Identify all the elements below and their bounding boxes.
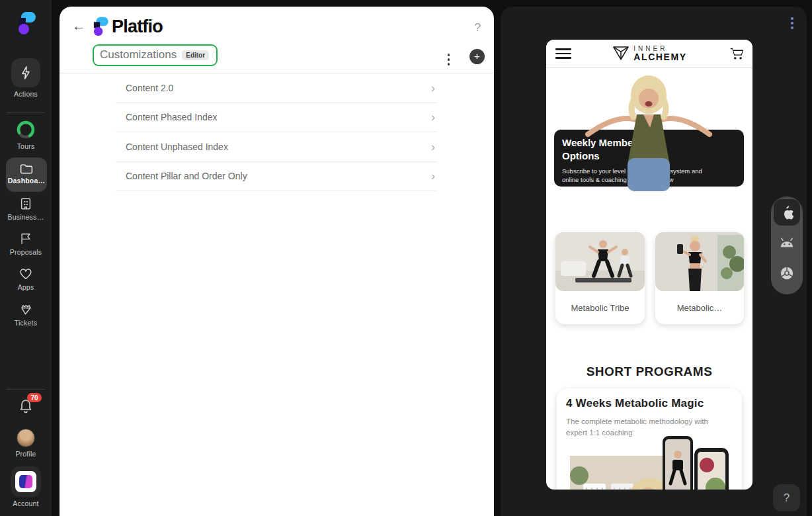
- back-button[interactable]: ←: [70, 17, 87, 34]
- program-title: 4 Weeks Metabolic Magic: [566, 397, 733, 410]
- notification-count-badge: 70: [27, 393, 42, 402]
- platfio-logo-icon: [91, 16, 110, 37]
- chevron-right-icon: ›: [431, 110, 438, 124]
- sidebar-item-label: Actions: [0, 90, 52, 98]
- sidebar-item-proposals[interactable]: Proposals: [0, 232, 52, 256]
- platfio-logo-icon[interactable]: [16, 11, 37, 36]
- preview-panel: INNER ALCHEMY Weekly Membership Options: [501, 7, 807, 516]
- menu-icon[interactable]: [555, 48, 571, 59]
- card-photo-workout: [555, 232, 645, 291]
- hero-photo: [583, 71, 715, 191]
- hero-section: Weekly Membership Options Subscribe to y…: [546, 68, 752, 192]
- section-heading: SHORT PROGRAMS: [546, 365, 752, 379]
- alchemy-triangle-icon: [612, 45, 630, 62]
- mobile-app-preview: INNER ALCHEMY Weekly Membership Options: [546, 40, 752, 490]
- editor-header: ← Platfio ? Customizations Editor +: [60, 7, 494, 73]
- actions-button[interactable]: [11, 58, 40, 87]
- device-toolbar: [771, 196, 803, 294]
- sidebar-item-tickets[interactable]: Tickets: [0, 303, 52, 327]
- editor-panel: ← Platfio ? Customizations Editor + Cont…: [60, 7, 494, 516]
- platfio-wordmark: Platfio: [91, 16, 163, 37]
- sidebar-item-label: Business…: [0, 213, 52, 221]
- profile-avatar: [17, 429, 35, 447]
- sidebar-item-actions[interactable]: Actions: [0, 58, 52, 98]
- card-metabolic-second[interactable]: Metabolic…: [655, 232, 744, 324]
- sidebar-item-label: Profile: [0, 450, 52, 458]
- preview-help-button[interactable]: ?: [773, 484, 800, 511]
- sidebar-item-profile[interactable]: Profile: [0, 429, 52, 458]
- sidebar-item-label: Tickets: [0, 319, 52, 327]
- program-collage-photo: [565, 436, 734, 490]
- chrome-icon: [780, 266, 794, 280]
- app-sidebar: Actions Tours Dashboa… Business… Proposa…: [0, 0, 52, 516]
- lightning-icon: [19, 65, 33, 80]
- app-header: INNER ALCHEMY: [546, 40, 752, 68]
- card-4-weeks-metabolic-magic[interactable]: 4 Weeks Metabolic Magic The complete met…: [557, 388, 742, 490]
- list-item-content-unphased-index[interactable]: Content Unphased Index ›: [116, 132, 438, 162]
- chevron-right-icon: ›: [431, 81, 438, 95]
- sidebar-item-label: Dashboa…: [6, 177, 47, 185]
- cart-icon[interactable]: [729, 46, 745, 61]
- building-icon: [19, 197, 32, 210]
- add-button[interactable]: +: [469, 49, 485, 64]
- sidebar-divider: [7, 112, 45, 113]
- customizations-title-selection[interactable]: Customizations Editor: [93, 44, 218, 66]
- account-tile: [11, 466, 41, 497]
- brand-line2: ALCHEMY: [633, 52, 686, 62]
- sidebar-divider: [7, 389, 45, 390]
- flag-icon: [19, 232, 32, 245]
- sidebar-item-label: Tours: [0, 142, 52, 150]
- sidebar-item-tours[interactable]: Tours: [0, 120, 52, 150]
- android-icon: [779, 237, 795, 248]
- sidebar-item-label: Apps: [0, 283, 52, 291]
- sidebar-item-dashboards[interactable]: Dashboa…: [6, 157, 47, 192]
- sidebar-item-label: Proposals: [0, 248, 52, 256]
- more-options-button[interactable]: [445, 51, 453, 68]
- sidebar-item-label: Account: [0, 499, 52, 507]
- app-logo[interactable]: INNER ALCHEMY: [612, 45, 686, 62]
- sidebar-item-account[interactable]: Account: [0, 466, 52, 507]
- heart-icon: [19, 268, 32, 280]
- list-item-content-pillar-order-only[interactable]: Content Pillar and Order Only ›: [116, 162, 438, 192]
- apple-icon: [780, 205, 793, 220]
- device-apple-button[interactable]: [774, 199, 800, 226]
- brand-name: Platfio: [112, 17, 163, 37]
- chevron-right-icon: ›: [431, 169, 438, 183]
- help-icon[interactable]: ?: [475, 21, 481, 34]
- notifications-button[interactable]: 70: [0, 398, 52, 413]
- customizations-list: Content 2.0 › Content Phased Index › Con…: [116, 73, 438, 191]
- card-label: Metabolic…: [655, 303, 744, 313]
- page-title: Customizations: [100, 48, 177, 62]
- list-item-content-2-0[interactable]: Content 2.0 ›: [116, 73, 438, 103]
- device-android-button[interactable]: [774, 230, 800, 256]
- sidebar-item-business[interactable]: Business…: [0, 197, 52, 221]
- card-label: Metabolic Tribe: [555, 303, 645, 313]
- preview-options-button[interactable]: [788, 15, 796, 32]
- membership-cards-row: Metabolic Tribe Metabolic…: [546, 232, 752, 324]
- program-description: The complete metabolic methodology with …: [566, 416, 718, 438]
- card-metabolic-tribe[interactable]: Metabolic Tribe: [555, 232, 645, 324]
- folder-icon: [20, 163, 33, 175]
- chevron-right-icon: ›: [431, 140, 438, 154]
- ticket-icon: [19, 303, 33, 316]
- list-item-content-phased-index[interactable]: Content Phased Index ›: [116, 103, 438, 133]
- device-chrome-button[interactable]: [774, 260, 800, 286]
- editor-badge: Editor: [182, 50, 209, 60]
- tours-ring-icon: [16, 120, 36, 140]
- sidebar-item-apps[interactable]: Apps: [0, 268, 52, 291]
- card-photo-selfie: [655, 232, 744, 291]
- account-logo-icon: [15, 471, 36, 492]
